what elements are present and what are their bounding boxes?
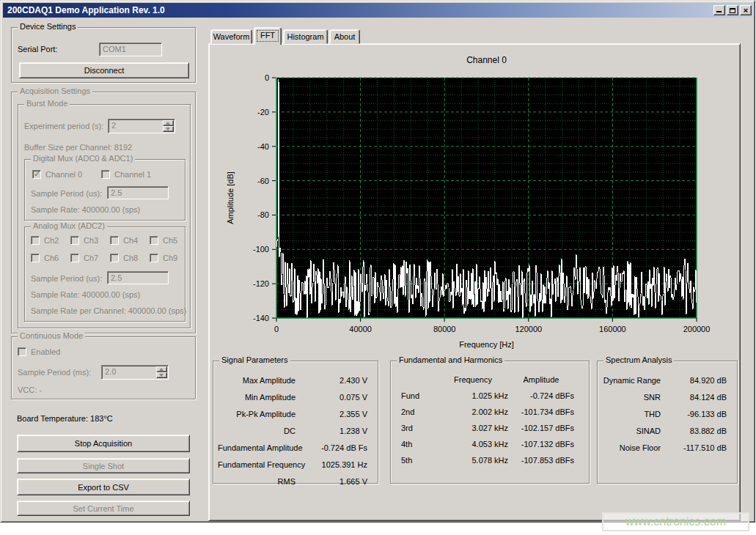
harmonics-title: Fundamental and Harmonics: [397, 355, 504, 364]
continuous-sample-period-label: Sample Period (ms):: [18, 368, 91, 377]
y-tick-label: 0: [265, 73, 269, 82]
channel1-label: Channel 1: [114, 170, 151, 179]
amux-sample-period-label: Sample Period (us):: [31, 274, 102, 283]
experiment-period-label: Experiment period (s):: [24, 122, 103, 130]
ch3-checkbox: [70, 236, 79, 245]
digital-mux-group: Digital Mux (ADC0 & ADC1) Channel 0 Chan…: [24, 159, 186, 221]
ch5-label: Ch5: [163, 236, 177, 245]
ch9-label: Ch9: [163, 254, 177, 262]
spectrum-row: SNR84.124 dB: [602, 388, 733, 405]
x-axis-label: Frequency [Hz]: [459, 340, 514, 349]
spectrum-analysis-title: Spectrum Analysis: [603, 355, 674, 364]
x-tick-label: 200000: [683, 325, 711, 333]
ch6-label: Ch6: [44, 254, 59, 262]
amplitude-header: Amplitude: [508, 375, 584, 384]
spectrum-row: Dynamic Range84.920 dB: [602, 372, 733, 388]
ch2-checkbox: [31, 236, 40, 245]
ch4-checkbox: [110, 236, 119, 245]
harmonic-row: 2nd2.002 kHz-101.734 dBFs: [395, 404, 584, 420]
y-tick-label: -120: [253, 279, 269, 288]
chart-title: Channel 0: [466, 55, 507, 65]
experiment-period-stepper: 2: [108, 119, 175, 133]
watermark: www.cntronics.com: [602, 512, 749, 531]
burst-mode-group: Burst Mode Experiment period (s): 2 Buff…: [18, 104, 191, 328]
harmonic-row: Fund1.025 kHz-0.724 dBFs: [395, 388, 584, 404]
y-tick-label: -40: [257, 142, 269, 151]
analog-mux-title: Analog Mux (ADC2): [31, 221, 107, 230]
y-tick-label: -140: [253, 314, 269, 322]
harmonics-panel: Fundamental and Harmonics Frequency Ampl…: [390, 361, 590, 484]
burst-mode-title: Burst Mode: [24, 99, 70, 108]
acquisition-settings-title: Acquisition Settings: [18, 86, 92, 95]
dmux-sample-period-field: 2.5: [107, 186, 169, 199]
set-current-time-button: Set Current Time: [17, 501, 190, 516]
ch2-label: Ch2: [44, 236, 59, 245]
harmonic-row: 5th5.078 kHz-107.853 dBFs: [395, 452, 584, 468]
spectrum-analysis-panel: Spectrum Analysis Dynamic Range84.920 dB…: [597, 361, 738, 484]
y-axis-label: Amplitude [dB]: [226, 171, 235, 224]
channel0-checkbox: [32, 170, 41, 179]
single-shot-button: Single Shot: [17, 458, 190, 473]
export-csv-button[interactable]: Export to CSV: [17, 479, 190, 495]
title-bar[interactable]: 200CDAQ1 Demo Application Rev. 1.0 ×: [3, 3, 753, 18]
signal-row: Pk-Pk Amplitude2.355 V: [218, 405, 373, 422]
device-settings-title: Device Settings: [18, 22, 78, 31]
dmux-sample-period-label: Sample Period (us):: [31, 189, 102, 198]
signal-row: Fundamental Amplitude-0.724 dB Fs: [218, 439, 373, 456]
ch6-checkbox: [31, 254, 40, 262]
minimize-icon: [716, 11, 722, 12]
tab-histogram[interactable]: Histogram: [283, 29, 328, 44]
ch8-label: Ch8: [123, 254, 138, 262]
continuous-enabled-checkbox: [18, 347, 26, 356]
y-tick-label: -100: [253, 245, 269, 254]
board-temperature-text: Board Temperature: 183°C: [17, 414, 113, 423]
stop-acquisition-button[interactable]: Stop Acquisition: [17, 435, 190, 452]
buffer-size-text: Buffer Size per Channel: 8192: [24, 143, 132, 152]
vcc-text: VCC: -: [18, 385, 42, 394]
signal-row: RMS1.665 V: [218, 473, 373, 490]
x-tick-label: 40000: [349, 325, 372, 333]
y-tick-label: -80: [257, 210, 269, 219]
ch7-checkbox: [70, 254, 79, 262]
ch8-checkbox: [110, 254, 119, 262]
device-settings-group: Device Settings Serial Port: COM1 Discon…: [11, 27, 196, 83]
channel1-checkbox: [101, 170, 110, 179]
minimize-button[interactable]: [713, 5, 725, 15]
serial-port-label: Serial Port:: [18, 45, 57, 54]
x-tick-label: 80000: [433, 325, 456, 333]
tab-about[interactable]: About: [329, 29, 360, 44]
signal-row: Fundamental Frequency1025.391 Hz: [218, 456, 373, 473]
serial-port-field: COM1: [99, 43, 162, 56]
dmux-sample-rate-text: Sample Rate: 400000.00 (sps): [31, 205, 140, 214]
ch9-checkbox: [150, 254, 158, 262]
close-button[interactable]: ×: [740, 5, 752, 15]
ch4-label: Ch4: [123, 236, 138, 245]
continuous-mode-title: Continuous Mode: [18, 331, 85, 340]
signal-parameters-panel: Signal Parameters Max Amplitude2.430 V M…: [213, 361, 378, 484]
x-tick-label: 160000: [599, 325, 626, 333]
disconnect-button[interactable]: Disconnect: [19, 62, 189, 78]
tab-fft[interactable]: FFT: [254, 27, 282, 45]
tab-waveform[interactable]: Waveform: [210, 29, 252, 44]
harmonic-row: 3rd3.027 kHz-102.157 dBFs: [395, 420, 584, 436]
maximize-button[interactable]: [727, 5, 738, 15]
y-tick-label: -20: [257, 108, 269, 117]
spin-up-icon: [156, 366, 167, 372]
signal-row: DC1.238 V: [218, 422, 373, 439]
spectrum-row: SINAD83.882 dB: [602, 422, 733, 439]
ch3-label: Ch3: [84, 236, 98, 245]
y-tick-label: -60: [257, 177, 269, 185]
signal-row: Min Amplitude0.075 V: [218, 388, 373, 405]
maximize-icon: [730, 8, 735, 13]
x-tick-label: 120000: [515, 325, 542, 333]
continuous-sample-period-stepper: 2.0: [101, 365, 169, 380]
channel0-label: Channel 0: [45, 170, 82, 179]
ch5-checkbox: [150, 236, 158, 245]
spin-down-icon: [163, 126, 174, 132]
harmonics-header: Frequency Amplitude: [395, 372, 584, 388]
continuous-enabled-label: Enabled: [31, 347, 60, 356]
spectrum-row: Noise Floor-117.510 dB: [602, 439, 733, 456]
digital-mux-title: Digital Mux (ADC0 & ADC1): [31, 154, 135, 163]
signal-row: Max Amplitude2.430 V: [218, 372, 373, 388]
window-title: 200CDAQ1 Demo Application Rev. 1.0: [7, 5, 165, 15]
